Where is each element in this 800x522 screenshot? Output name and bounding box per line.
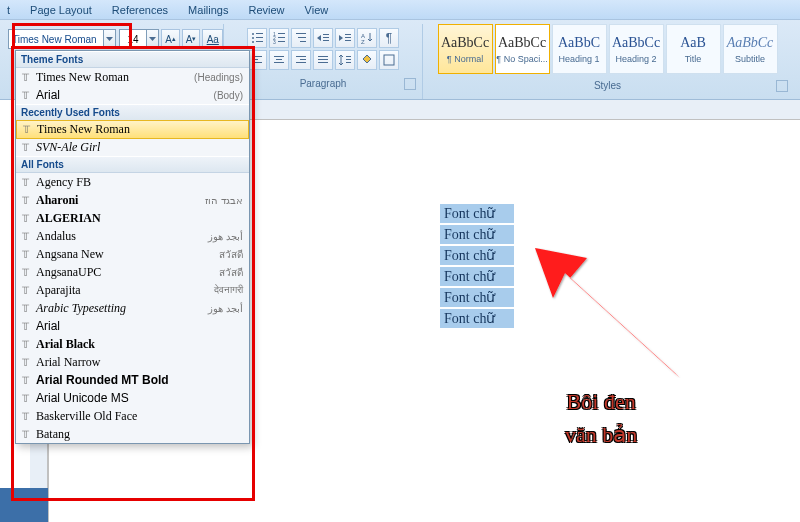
- line-spacing-button[interactable]: [335, 50, 355, 70]
- theme-fonts-header: Theme Fonts: [16, 51, 249, 68]
- svg-rect-29: [296, 56, 306, 57]
- style-subtitle[interactable]: AaBbCcSubtitle: [723, 24, 778, 74]
- doc-line[interactable]: Font chữ: [440, 309, 514, 328]
- bullets-button[interactable]: [247, 28, 267, 48]
- svg-rect-36: [346, 59, 351, 60]
- style-heading-1[interactable]: AaBbCHeading 1: [552, 24, 607, 74]
- menubar: t Page Layout References Mailings Review…: [0, 0, 800, 20]
- show-marks-button[interactable]: ¶: [379, 28, 399, 48]
- font-size-dropdown[interactable]: [147, 29, 159, 49]
- style-heading-2[interactable]: AaBbCcHeading 2: [609, 24, 664, 74]
- doc-line[interactable]: Font chữ: [440, 288, 514, 307]
- svg-point-0: [252, 33, 254, 35]
- font-item-algerian[interactable]: 𝕋ALGERIAN: [16, 209, 249, 227]
- decrease-indent-button[interactable]: [313, 28, 333, 48]
- svg-rect-28: [274, 62, 284, 63]
- increase-indent-button[interactable]: [335, 28, 355, 48]
- font-item-agency-fb[interactable]: 𝕋Agency FB: [16, 173, 249, 191]
- svg-rect-25: [252, 62, 262, 63]
- svg-rect-34: [318, 62, 328, 63]
- svg-rect-24: [252, 59, 258, 60]
- style-title[interactable]: AaBTitle: [666, 24, 721, 74]
- svg-rect-11: [278, 41, 285, 42]
- recent-fonts-header: Recently Used Fonts: [16, 104, 249, 121]
- tab-view[interactable]: View: [305, 4, 329, 16]
- svg-rect-20: [345, 40, 351, 41]
- font-item-angsanaupc[interactable]: 𝕋AngsanaUPCสวัสดี: [16, 263, 249, 281]
- font-item-aparajita[interactable]: 𝕋Aparajitaदेवनागरी: [16, 281, 249, 299]
- svg-rect-23: [252, 56, 262, 57]
- tab-references[interactable]: References: [112, 4, 168, 16]
- styles-group: AaBbCc¶ NormalAaBbCc¶ No Spaci...AaBbCHe…: [423, 24, 792, 99]
- font-name-input[interactable]: Times New Roman: [8, 29, 104, 49]
- numbering-button[interactable]: 123: [269, 28, 289, 48]
- tab-insert-cut[interactable]: t: [7, 4, 10, 16]
- truetype-icon: 𝕋: [22, 321, 36, 332]
- truetype-icon: 𝕋: [23, 124, 37, 135]
- truetype-icon: 𝕋: [22, 195, 36, 206]
- svg-rect-7: [278, 33, 285, 34]
- annotation-text: Bôi đenvăn bản: [565, 385, 637, 451]
- shrink-font-button[interactable]: A▾: [182, 29, 201, 49]
- truetype-icon: 𝕋: [22, 411, 36, 422]
- svg-rect-15: [323, 34, 329, 35]
- truetype-icon: 𝕋: [22, 429, 36, 440]
- styles-launcher-icon[interactable]: [776, 80, 788, 92]
- sort-button[interactable]: AZ: [357, 28, 377, 48]
- svg-rect-19: [345, 37, 351, 38]
- paragraph-group-label: Paragraph: [300, 78, 347, 89]
- tab-mailings[interactable]: Mailings: [188, 4, 228, 16]
- borders-button[interactable]: [379, 50, 399, 70]
- font-item-baskerville-old-face[interactable]: 𝕋Baskerville Old Face: [16, 407, 249, 425]
- font-item-arial-rounded-mt-bold[interactable]: 𝕋Arial Rounded MT Bold: [16, 371, 249, 389]
- svg-rect-14: [300, 41, 306, 42]
- selected-text-block[interactable]: Font chữFont chữFont chữFont chữFont chữ…: [440, 204, 514, 330]
- style--no-spaci-[interactable]: AaBbCc¶ No Spaci...: [495, 24, 550, 74]
- tab-page-layout[interactable]: Page Layout: [30, 4, 92, 16]
- svg-point-2: [252, 37, 254, 39]
- svg-rect-26: [274, 56, 284, 57]
- font-item-times-new-roman[interactable]: 𝕋Times New Roman(Headings): [16, 68, 249, 86]
- justify-button[interactable]: [313, 50, 333, 70]
- font-item-batang[interactable]: 𝕋Batang: [16, 425, 249, 443]
- align-right-button[interactable]: [291, 50, 311, 70]
- align-left-button[interactable]: [247, 50, 267, 70]
- svg-rect-38: [384, 55, 394, 65]
- font-item-arabic-typesetting[interactable]: 𝕋Arabic Typesettingأبجد هوز: [16, 299, 249, 317]
- font-dropdown-button[interactable]: [104, 29, 116, 49]
- font-item-arial[interactable]: 𝕋Arial: [16, 317, 249, 335]
- clear-formatting-button[interactable]: Aa: [202, 29, 223, 49]
- grow-font-button[interactable]: A▴: [161, 29, 180, 49]
- svg-rect-3: [256, 37, 263, 38]
- font-item-times-new-roman[interactable]: 𝕋Times New Roman: [16, 120, 249, 139]
- font-item-andalus[interactable]: 𝕋Andalusأبجد هوز: [16, 227, 249, 245]
- doc-line[interactable]: Font chữ: [440, 225, 514, 244]
- doc-line[interactable]: Font chữ: [440, 267, 514, 286]
- font-item-arial-black[interactable]: 𝕋Arial Black: [16, 335, 249, 353]
- svg-text:3: 3: [273, 39, 276, 45]
- font-item-aharoni[interactable]: 𝕋Aharoniאבגד הוז: [16, 191, 249, 209]
- multilevel-list-button[interactable]: [291, 28, 311, 48]
- font-item-angsana-new[interactable]: 𝕋Angsana Newสวัสดี: [16, 245, 249, 263]
- all-fonts-header: All Fonts: [16, 156, 249, 173]
- paragraph-launcher-icon[interactable]: [404, 78, 416, 90]
- paragraph-group: 123 AZ ¶ Paragraph: [223, 24, 423, 99]
- font-item-arial-unicode-ms[interactable]: 𝕋Arial Unicode MS: [16, 389, 249, 407]
- annotation-arrow-icon: [535, 248, 685, 378]
- align-center-button[interactable]: [269, 50, 289, 70]
- shading-button[interactable]: [357, 50, 377, 70]
- font-item-svn-ale-girl[interactable]: 𝕋SVN-Ale Girl: [16, 138, 249, 156]
- svg-rect-37: [346, 62, 351, 63]
- tab-review[interactable]: Review: [248, 4, 284, 16]
- font-size-input[interactable]: 14: [119, 29, 147, 49]
- doc-line[interactable]: Font chữ: [440, 204, 514, 223]
- truetype-icon: 𝕋: [22, 357, 36, 368]
- doc-line[interactable]: Font chữ: [440, 246, 514, 265]
- svg-rect-32: [318, 56, 328, 57]
- truetype-icon: 𝕋: [22, 90, 36, 101]
- style--normal[interactable]: AaBbCc¶ Normal: [438, 24, 493, 74]
- truetype-icon: 𝕋: [22, 393, 36, 404]
- font-item-arial[interactable]: 𝕋Arial(Body): [16, 86, 249, 104]
- font-dropdown-panel: Theme Fonts 𝕋Times New Roman(Headings)𝕋A…: [15, 50, 250, 444]
- font-item-arial-narrow[interactable]: 𝕋Arial Narrow: [16, 353, 249, 371]
